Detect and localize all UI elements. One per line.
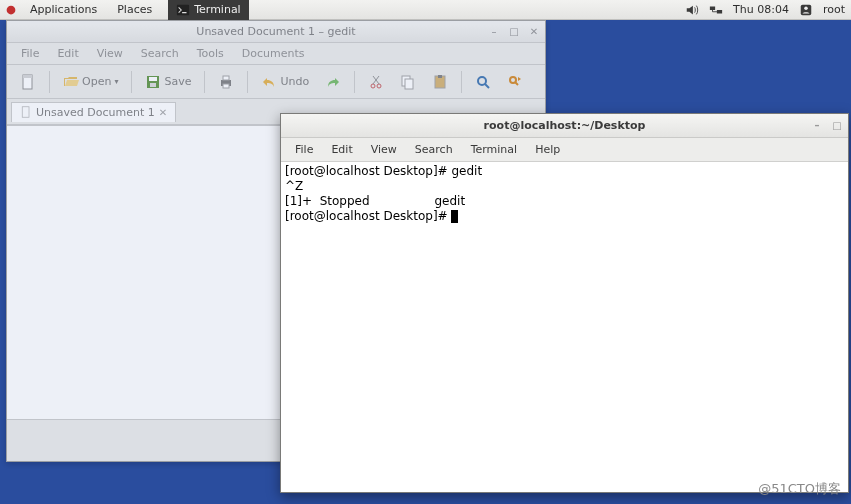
svg-rect-13	[223, 84, 229, 88]
menu-view[interactable]: View	[363, 141, 405, 158]
redo-button[interactable]	[320, 71, 346, 93]
menu-help[interactable]: Help	[527, 141, 568, 158]
panel-right: Thu 08:04 root	[685, 3, 851, 17]
term-line-2: ^Z	[285, 179, 303, 193]
gedit-menubar: File Edit View Search Tools Documents	[7, 43, 545, 65]
term-line-4: [root@localhost Desktop]#	[285, 209, 451, 223]
terminal-title-text: root@localhost:~/Desktop	[484, 119, 646, 132]
active-app-indicator[interactable]: Terminal	[168, 0, 249, 20]
cut-button[interactable]	[363, 71, 389, 93]
paste-button[interactable]	[427, 71, 453, 93]
svg-rect-1	[177, 4, 189, 15]
menu-search[interactable]: Search	[407, 141, 461, 158]
term-line-3: [1]+ Stopped gedit	[285, 194, 465, 208]
menu-documents[interactable]: Documents	[234, 45, 313, 62]
gedit-titlebar[interactable]: Unsaved Document 1 – gedit – □ ✕	[7, 21, 545, 43]
print-button[interactable]	[213, 71, 239, 93]
user-icon[interactable]	[799, 3, 813, 17]
term-line-1: [root@localhost Desktop]# gedit	[285, 164, 482, 178]
volume-icon[interactable]	[685, 3, 699, 17]
clock[interactable]: Thu 08:04	[733, 3, 789, 16]
new-button[interactable]	[15, 71, 41, 93]
top-panel: Applications Places Terminal Thu 08:04 r…	[0, 0, 851, 20]
gedit-toolbar: Open ▾ Save Undo	[7, 65, 545, 99]
tab-label: Unsaved Document 1	[36, 106, 155, 119]
menu-edit[interactable]: Edit	[49, 45, 86, 62]
copy-button[interactable]	[395, 71, 421, 93]
document-icon	[20, 106, 32, 118]
terminal-cursor	[451, 210, 458, 223]
terminal-window-controls: – □	[810, 119, 844, 133]
svg-rect-19	[438, 75, 442, 78]
menu-terminal[interactable]: Terminal	[463, 141, 526, 158]
svg-point-15	[377, 84, 381, 88]
terminal-icon	[176, 3, 190, 17]
document-tab[interactable]: Unsaved Document 1 ✕	[11, 102, 176, 122]
svg-rect-7	[23, 75, 32, 78]
active-app-label: Terminal	[194, 3, 241, 16]
terminal-body[interactable]: [root@localhost Desktop]# gedit ^Z [1]+ …	[281, 162, 848, 492]
terminal-menubar: File Edit View Search Terminal Help	[281, 138, 848, 162]
svg-rect-9	[149, 77, 157, 81]
menu-edit[interactable]: Edit	[323, 141, 360, 158]
svg-point-20	[478, 77, 486, 85]
minimize-button[interactable]: –	[487, 25, 501, 39]
panel-left: Applications Places Terminal	[0, 0, 249, 20]
menu-file[interactable]: File	[13, 45, 47, 62]
svg-rect-22	[22, 107, 29, 118]
maximize-button[interactable]: □	[507, 25, 521, 39]
activities-icon	[4, 3, 18, 17]
svg-rect-10	[150, 83, 156, 87]
save-button[interactable]: Save	[140, 71, 196, 93]
svg-rect-2	[710, 6, 715, 10]
tab-close-button[interactable]: ✕	[159, 107, 167, 118]
gedit-window-controls: – □ ✕	[487, 25, 541, 39]
undo-button[interactable]: Undo	[256, 71, 314, 93]
network-icon[interactable]	[709, 3, 723, 17]
gedit-title-text: Unsaved Document 1 – gedit	[196, 25, 355, 38]
places-menu[interactable]: Places	[109, 1, 160, 18]
find-replace-button[interactable]	[502, 71, 528, 93]
terminal-window: root@localhost:~/Desktop – □ File Edit V…	[280, 113, 849, 493]
open-button[interactable]: Open ▾	[58, 71, 123, 93]
svg-rect-12	[223, 76, 229, 80]
maximize-button[interactable]: □	[830, 119, 844, 133]
chevron-down-icon: ▾	[114, 77, 118, 86]
menu-view[interactable]: View	[89, 45, 131, 62]
svg-point-14	[371, 84, 375, 88]
close-button[interactable]: ✕	[527, 25, 541, 39]
menu-tools[interactable]: Tools	[189, 45, 232, 62]
applications-menu[interactable]: Applications	[22, 1, 105, 18]
svg-point-0	[7, 5, 16, 14]
svg-rect-17	[405, 79, 413, 89]
menu-search[interactable]: Search	[133, 45, 187, 62]
svg-point-5	[804, 6, 808, 10]
watermark: @51CTO博客	[758, 480, 841, 498]
find-button[interactable]	[470, 71, 496, 93]
user-label[interactable]: root	[823, 3, 845, 16]
terminal-titlebar[interactable]: root@localhost:~/Desktop – □	[281, 114, 848, 138]
menu-file[interactable]: File	[287, 141, 321, 158]
minimize-button[interactable]: –	[810, 119, 824, 133]
